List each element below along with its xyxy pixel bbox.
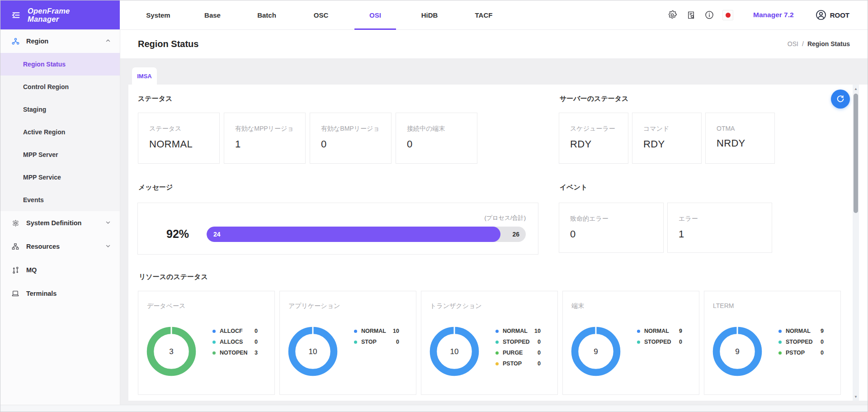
scroll-down-arrow[interactable]: ▼ xyxy=(853,393,859,400)
terminal-icon xyxy=(11,290,19,297)
legend-dot-icon xyxy=(212,351,216,355)
sidebar-submenu: Region StatusControl RegionStagingActive… xyxy=(0,53,120,211)
legend-row: PSTOP0 xyxy=(778,347,824,358)
section-title-server-status: サーバーのステータス xyxy=(560,95,628,103)
top-nav: SystemBaseBatchOSCOSIHiDBTACF xyxy=(131,0,511,29)
sidebar-item-label: Resources xyxy=(26,243,60,250)
card-value: NORMAL xyxy=(149,138,208,150)
user-menu[interactable]: ROOT xyxy=(816,9,849,20)
nav-tab-osc[interactable]: OSC xyxy=(294,0,348,29)
region-status-panel: ステータス ステータスNORMAL有効なMPPリージョン1有効なBMPリージョン… xyxy=(128,85,868,401)
legend-dot-icon xyxy=(778,341,782,344)
legend-value: 10 xyxy=(393,328,399,334)
card-value: RDY xyxy=(643,138,690,150)
legend-label: NORMAL xyxy=(644,328,669,334)
sidebar-item-region-status[interactable]: Region Status xyxy=(0,53,120,76)
server-status-card: コマンドRDY xyxy=(632,113,702,164)
tab-imsa[interactable]: IMSA xyxy=(132,67,157,85)
sidebar-collapse-icon[interactable] xyxy=(11,10,21,20)
card-label: スケジューラー xyxy=(570,125,617,133)
sidebar-item-mpp-server[interactable]: MPP Server xyxy=(0,143,120,166)
scroll-up-arrow[interactable]: ▲ xyxy=(853,85,859,92)
legend-row: PURGE0 xyxy=(495,347,541,358)
network-icon xyxy=(11,38,19,45)
event-card: 致命的エラー0 xyxy=(559,203,664,253)
server-card-row: スケジューラーRDYコマンドRDYOTMANRDY xyxy=(559,113,775,164)
legend-label: NORMAL xyxy=(786,328,811,334)
legend-dot-icon xyxy=(354,341,357,344)
legend-dot-icon xyxy=(778,351,782,355)
card-value: 0 xyxy=(570,228,652,240)
manager-version-link[interactable]: Manager 7.2 xyxy=(753,11,794,19)
app-window: OpenFrame Manager SystemBaseBatchOSCOSIH… xyxy=(0,0,868,412)
nav-tab-tacf[interactable]: TACF xyxy=(457,0,511,29)
section-title-messages: メッセージ xyxy=(138,183,173,192)
sidebar-item-terminals[interactable]: Terminals xyxy=(0,282,120,305)
sidebar-item-mpp-service[interactable]: MPP Service xyxy=(0,166,120,189)
sidebar-item-label: System Definition xyxy=(26,219,81,227)
refresh-button[interactable] xyxy=(831,90,850,109)
card-label: ステータス xyxy=(149,125,208,133)
nav-tab-system[interactable]: System xyxy=(131,0,185,29)
nav-tab-osi[interactable]: OSI xyxy=(348,0,402,29)
legend-value: 9 xyxy=(821,328,824,334)
sidebar-item-label: MQ xyxy=(26,266,37,274)
status-card-row: ステータスNORMAL有効なMPPリージョン1有効なBMPリージョン0接続中の端… xyxy=(138,113,477,164)
message-unit-label: (プロセス/合計) xyxy=(485,214,526,222)
section-title-resources: リソースのステータス xyxy=(139,273,208,281)
event-card: エラー1 xyxy=(667,203,772,253)
card-value: NRDY xyxy=(717,137,764,149)
sidebar-item-region[interactable]: Region xyxy=(0,29,120,53)
card-value: 1 xyxy=(235,138,294,150)
horizontal-scrollbar[interactable] xyxy=(0,405,868,412)
section-title-status: ステータス xyxy=(138,95,172,103)
svg-text:3: 3 xyxy=(169,347,173,356)
audit-log-icon[interactable] xyxy=(685,9,696,20)
resource-card: トランザクション10NORMAL10STOPPED0PURGE0PSTOP0 xyxy=(421,291,558,395)
nav-tab-batch[interactable]: Batch xyxy=(240,0,294,29)
message-progress-fill: 24 xyxy=(207,227,500,242)
language-flag-jp-icon[interactable] xyxy=(722,9,733,20)
nav-tab-base[interactable]: Base xyxy=(185,0,240,29)
info-icon[interactable] xyxy=(704,9,715,20)
sidebar-item-control-region[interactable]: Control Region xyxy=(0,76,120,98)
resource-card: データベース3ALLOCF0ALLOCS0NOTOPEN3 xyxy=(138,291,275,395)
legend-dot-icon xyxy=(778,330,782,333)
content-area: IMSA ステータス ステータスNORMAL有効なMPPリージョン1有効なBMP… xyxy=(120,58,868,405)
sitemap-icon xyxy=(11,243,19,250)
resource-card-row: データベース3ALLOCF0ALLOCS0NOTOPEN3アプリケーション10N… xyxy=(138,291,841,395)
event-card-row: 致命的エラー0エラー1 xyxy=(559,203,772,253)
sidebar-item-active-region[interactable]: Active Region xyxy=(0,121,120,143)
gear-icon xyxy=(11,219,19,227)
legend-label: PSTOP xyxy=(786,350,805,356)
legend-label: ALLOCF xyxy=(220,328,243,334)
card-value: RDY xyxy=(570,138,617,150)
svg-text:9: 9 xyxy=(735,347,739,356)
sidebar-item-system-definition[interactable]: System Definition xyxy=(0,211,120,235)
scrollbar-thumb[interactable] xyxy=(854,94,858,213)
nav-tab-hidb[interactable]: HiDB xyxy=(402,0,457,29)
sidebar-item-mq[interactable]: MQ xyxy=(0,258,120,282)
legend-dot-icon xyxy=(637,330,640,333)
sidebar-item-staging[interactable]: Staging xyxy=(0,98,120,121)
settings-icon[interactable] xyxy=(667,9,678,20)
legend-label: NORMAL xyxy=(503,328,528,334)
chevron-up-icon xyxy=(105,38,111,45)
card-label: OTMA xyxy=(717,125,764,132)
donut-legend: NORMAL10STOPPED0PURGE0PSTOP0 xyxy=(495,326,541,369)
message-progress-card: (プロセス/合計) 92% 24 26 xyxy=(137,203,538,255)
breadcrumb-parent[interactable]: OSI xyxy=(788,40,798,47)
sidebar-item-resources[interactable]: Resources xyxy=(0,235,120,258)
donut-legend: NORMAL9STOPPED0PSTOP0 xyxy=(778,326,824,358)
queue-icon xyxy=(11,266,19,274)
sidebar-item-events[interactable]: Events xyxy=(0,189,120,211)
resource-card-title: トランザクション xyxy=(430,302,482,310)
legend-value: 0 xyxy=(538,339,541,345)
legend-label: ALLOCS xyxy=(220,339,243,345)
vertical-scrollbar[interactable]: ▲ ▼ xyxy=(853,85,859,401)
legend-value: 0 xyxy=(538,350,541,356)
legend-value: 0 xyxy=(679,339,682,345)
legend-row: NORMAL9 xyxy=(778,326,824,336)
legend-label: STOPPED xyxy=(503,339,530,345)
breadcrumb-separator: / xyxy=(802,40,804,47)
